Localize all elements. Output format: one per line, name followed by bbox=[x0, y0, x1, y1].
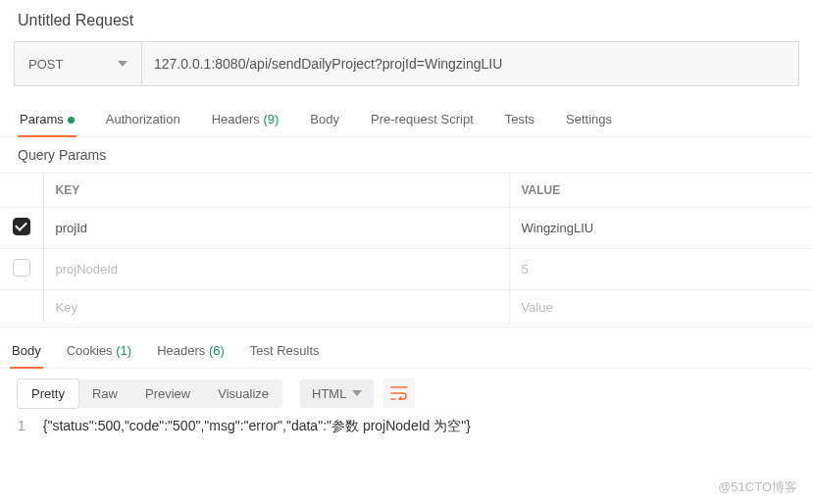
param-value-placeholder[interactable]: Value bbox=[509, 290, 813, 326]
status-dot-icon bbox=[68, 117, 75, 124]
table-row[interactable]: projId WingzingLIU bbox=[0, 208, 813, 249]
response-body[interactable]: 1 {"status":500,"code":"500","msg":"erro… bbox=[0, 418, 813, 477]
chevron-down-icon bbox=[118, 61, 127, 67]
rtab-body[interactable]: Body bbox=[10, 333, 43, 368]
url-input[interactable] bbox=[142, 42, 798, 85]
view-preview[interactable]: Preview bbox=[131, 379, 204, 408]
query-params-heading: Query Params bbox=[0, 137, 813, 173]
url-bar: POST bbox=[14, 41, 799, 86]
cookies-count: (1) bbox=[116, 343, 131, 358]
tab-authorization[interactable]: Authorization bbox=[104, 102, 182, 136]
tab-headers[interactable]: Headers (9) bbox=[210, 102, 281, 136]
rtab-headers[interactable]: Headers (6) bbox=[155, 333, 227, 368]
tab-body[interactable]: Body bbox=[308, 102, 341, 136]
response-tabs: Body Cookies (1) Headers (6) Test Result… bbox=[0, 333, 813, 369]
table-row-empty[interactable]: Key Value bbox=[0, 290, 813, 326]
query-params-table: KEY VALUE projId WingzingLIU projNodeId … bbox=[0, 173, 813, 325]
http-method-label: POST bbox=[28, 57, 118, 72]
view-mode-segment: Pretty Raw Preview Visualize bbox=[18, 379, 282, 408]
tab-params[interactable]: Params bbox=[18, 102, 76, 136]
param-value[interactable]: 5 bbox=[509, 249, 813, 290]
headers-count: (9) bbox=[263, 112, 279, 126]
param-value[interactable]: WingzingLIU bbox=[509, 208, 813, 249]
tab-tests[interactable]: Tests bbox=[503, 102, 536, 136]
request-title: Untitled Request bbox=[0, 0, 813, 41]
rtab-cookies[interactable]: Cookies (1) bbox=[65, 333, 133, 368]
tab-prerequest[interactable]: Pre-request Script bbox=[369, 102, 476, 136]
col-key: KEY bbox=[43, 174, 509, 208]
response-text: {"status":500,"code":"500","msg":"error"… bbox=[43, 418, 471, 435]
view-raw[interactable]: Raw bbox=[78, 379, 131, 408]
row-checkbox[interactable] bbox=[13, 218, 30, 235]
wrap-lines-button[interactable] bbox=[383, 378, 415, 408]
resp-headers-count: (6) bbox=[209, 343, 225, 358]
row-checkbox[interactable] bbox=[13, 259, 30, 277]
view-pretty[interactable]: Pretty bbox=[18, 379, 78, 408]
view-visualize[interactable]: Visualize bbox=[204, 379, 282, 408]
format-select[interactable]: HTML bbox=[300, 379, 374, 408]
http-method-select[interactable]: POST bbox=[15, 42, 142, 85]
tab-settings[interactable]: Settings bbox=[564, 102, 614, 136]
param-key-placeholder[interactable]: Key bbox=[43, 290, 509, 326]
response-view-bar: Pretty Raw Preview Visualize HTML bbox=[0, 369, 813, 418]
table-header: KEY VALUE bbox=[0, 174, 813, 208]
col-value: VALUE bbox=[509, 174, 813, 208]
chevron-down-icon bbox=[352, 390, 362, 396]
param-key[interactable]: projNodeId bbox=[43, 249, 509, 290]
param-key[interactable]: projId bbox=[43, 208, 509, 249]
request-tabs: Params Authorization Headers (9) Body Pr… bbox=[0, 102, 813, 137]
rtab-test-results[interactable]: Test Results bbox=[248, 333, 322, 368]
table-row[interactable]: projNodeId 5 bbox=[0, 249, 813, 290]
line-number: 1 bbox=[18, 418, 43, 435]
wrap-icon bbox=[390, 386, 408, 400]
